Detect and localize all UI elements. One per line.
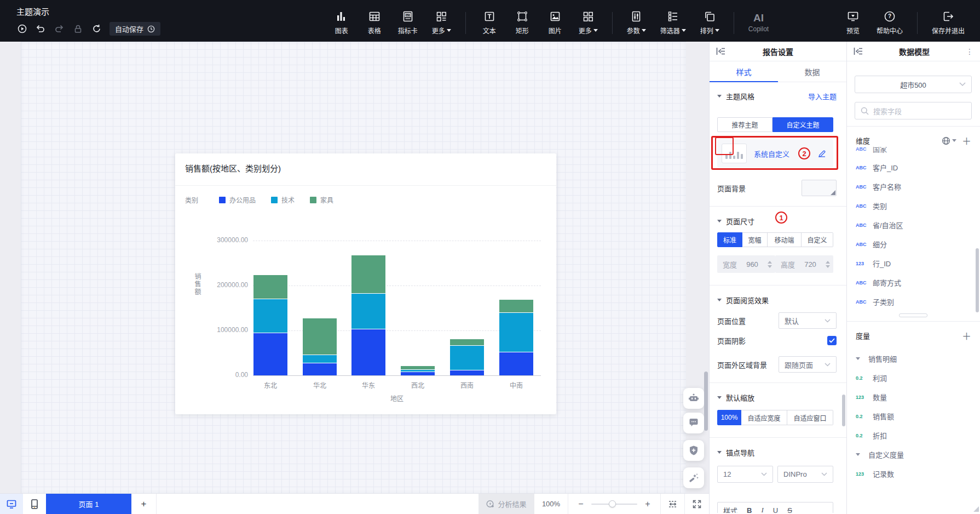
bar-segment-技术[interactable] bbox=[253, 299, 287, 333]
bar-segment-家具[interactable] bbox=[351, 255, 385, 293]
data-panel-scrollbar[interactable] bbox=[976, 248, 979, 312]
page-shadow-checkbox[interactable] bbox=[827, 336, 837, 345]
theme-item-system-custom[interactable]: 系统自定义 2 bbox=[717, 139, 833, 168]
ai-robot-button[interactable] bbox=[683, 388, 704, 409]
toolbar-item-chart[interactable]: 图表 bbox=[332, 10, 351, 35]
page-width-stepper[interactable]: 宽度960 bbox=[717, 255, 775, 273]
measure-group-自定义度量[interactable]: 自定义度量 bbox=[847, 445, 980, 464]
tab-data[interactable]: 数据 bbox=[778, 61, 846, 82]
measure-group-销售明细[interactable]: 销售明细 bbox=[847, 349, 980, 368]
page-tab-1[interactable]: 页面 1 bbox=[46, 494, 131, 514]
field-行_ID[interactable]: 123行_ID bbox=[847, 254, 980, 273]
bold-button[interactable]: B bbox=[747, 506, 752, 513]
page-background-color-swatch[interactable] bbox=[802, 180, 837, 196]
undo-icon[interactable] bbox=[35, 24, 46, 35]
resize-grip-icon[interactable] bbox=[973, 506, 979, 512]
zoom-out-button[interactable]: − bbox=[577, 499, 585, 509]
bar-segment-技术[interactable] bbox=[450, 345, 484, 370]
bar-segment-家具[interactable] bbox=[303, 318, 337, 355]
collapse-panel-icon[interactable] bbox=[854, 47, 863, 55]
bar-segment-技术[interactable] bbox=[303, 355, 337, 363]
field-邮寄方式[interactable]: ABC邮寄方式 bbox=[847, 273, 980, 292]
magic-beautify-button[interactable] bbox=[683, 467, 704, 488]
bar-segment-办公用品[interactable] bbox=[253, 333, 287, 375]
toolbar-item-help-center[interactable]: ? 帮助中心 bbox=[877, 10, 903, 35]
toolbar-item-parameter[interactable]: 参数 bbox=[627, 10, 646, 35]
field-省/自治区[interactable]: ABC省/自治区 bbox=[847, 215, 980, 235]
mobile-view-button[interactable] bbox=[23, 494, 46, 514]
field-细分[interactable]: ABC细分 bbox=[847, 235, 980, 254]
analysis-result-button[interactable]: 分析结果 bbox=[479, 494, 534, 514]
bar-segment-办公用品[interactable] bbox=[450, 370, 484, 375]
field-客户名称[interactable]: ABC客户名称 bbox=[847, 177, 980, 196]
dataset-select[interactable]: 超市500 bbox=[855, 76, 972, 93]
bar-segment-技术[interactable] bbox=[401, 369, 435, 372]
partial-field-row[interactable]: ABC 国家 bbox=[847, 147, 980, 156]
field-折扣[interactable]: 0.2折扣 bbox=[847, 426, 980, 445]
page-size-mobile[interactable]: 移动端 bbox=[768, 232, 802, 247]
field-记录数[interactable]: 123记录数 bbox=[847, 464, 980, 483]
security-button[interactable] bbox=[683, 440, 704, 461]
canvas[interactable]: 销售额(按地区、类别划分) 类别 办公用品技术家具 销售额 300000.002… bbox=[0, 42, 709, 514]
toolbar-item-preview[interactable]: 预览 bbox=[844, 10, 862, 35]
panel-menu-icon[interactable]: ⋮ bbox=[966, 47, 973, 56]
list-horizontal-scrollbar[interactable] bbox=[899, 313, 927, 317]
bar-segment-技术[interactable] bbox=[351, 293, 385, 329]
canvas-vertical-scrollbar[interactable] bbox=[704, 372, 708, 431]
search-field-input[interactable]: 搜索字段 bbox=[855, 102, 972, 119]
page-size-section-header[interactable]: 页面尺寸 bbox=[717, 216, 754, 226]
toolbar-item-more-widgets[interactable]: 更多 bbox=[432, 10, 451, 35]
import-theme-link[interactable]: 导入主题 bbox=[808, 91, 837, 101]
redo-icon[interactable] bbox=[54, 24, 65, 35]
bar-segment-家具[interactable] bbox=[401, 365, 435, 369]
zoom-slider-thumb[interactable] bbox=[609, 500, 616, 507]
field-数量[interactable]: 123数量 bbox=[847, 387, 980, 407]
toolbar-item-more-shapes[interactable]: 更多 bbox=[579, 10, 598, 35]
toolbar-item-ai-copilot[interactable]: AI Copilot bbox=[748, 13, 769, 33]
zoom-fit-window-button[interactable]: 自适应窗口 bbox=[787, 410, 833, 425]
toolbar-item-arrange[interactable]: 排列 bbox=[700, 10, 719, 35]
refresh-icon[interactable] bbox=[91, 24, 102, 35]
field-客户_ID[interactable]: ABC客户_ID bbox=[847, 158, 980, 177]
settings-panel-scrollbar[interactable] bbox=[842, 395, 845, 426]
underline-button[interactable]: U bbox=[773, 506, 778, 513]
zoom-slider[interactable] bbox=[591, 504, 637, 505]
zoom-in-button[interactable]: + bbox=[644, 499, 652, 509]
outer-background-select[interactable]: 跟随页面 bbox=[779, 356, 837, 373]
font-size-select[interactable]: 12 bbox=[717, 466, 773, 483]
lock-icon[interactable] bbox=[72, 24, 83, 35]
field-销售额[interactable]: 0.2销售额 bbox=[847, 407, 980, 426]
page-size-custom[interactable]: 自定义 bbox=[802, 232, 833, 247]
page-size-standard[interactable]: 标准 bbox=[717, 232, 742, 247]
bar-segment-家具[interactable] bbox=[253, 275, 287, 298]
tab-style[interactable]: 样式 bbox=[710, 61, 778, 82]
add-page-button[interactable]: + bbox=[131, 494, 157, 514]
bar-segment-办公用品[interactable] bbox=[303, 363, 337, 375]
collapse-panel-icon[interactable] bbox=[716, 47, 725, 55]
bar-segment-办公用品[interactable] bbox=[351, 329, 385, 375]
bar-segment-家具[interactable] bbox=[450, 339, 484, 345]
edit-theme-button[interactable] bbox=[815, 146, 829, 161]
page-position-select[interactable]: 默认 bbox=[779, 312, 837, 329]
toolbar-item-save-exit[interactable]: 保存并退出 bbox=[932, 10, 965, 35]
bar-segment-技术[interactable] bbox=[499, 312, 533, 352]
page-size-wide[interactable]: 宽幅 bbox=[742, 232, 768, 247]
fullscreen-button[interactable] bbox=[685, 494, 709, 514]
field-子类别[interactable]: ABC子类别 bbox=[847, 292, 980, 311]
font-family-select[interactable]: DINPro bbox=[777, 466, 833, 483]
recommended-theme-button[interactable]: 推荐主题 bbox=[717, 117, 773, 132]
toolbar-item-text[interactable]: 文本 bbox=[480, 10, 499, 35]
italic-button[interactable]: I bbox=[761, 506, 763, 513]
autosave-badge[interactable]: 自动保存 bbox=[109, 22, 160, 36]
bar-segment-家具[interactable] bbox=[499, 299, 533, 313]
theme-style-section-header[interactable]: 主题风格 导入主题 bbox=[717, 91, 837, 101]
page-height-stepper[interactable]: 高度720 bbox=[775, 255, 833, 273]
toolbar-item-image[interactable]: 图片 bbox=[546, 10, 564, 35]
comments-button[interactable] bbox=[683, 413, 704, 433]
zoom-100-button[interactable]: 100% bbox=[717, 410, 741, 425]
version-history-icon[interactable] bbox=[16, 24, 27, 35]
bar-segment-办公用品[interactable] bbox=[499, 352, 533, 375]
page-view-section-header[interactable]: 页面阅览效果 bbox=[717, 295, 769, 305]
custom-theme-button[interactable]: 自定义主题 bbox=[773, 117, 833, 132]
field-类别[interactable]: ABC类别 bbox=[847, 196, 980, 215]
